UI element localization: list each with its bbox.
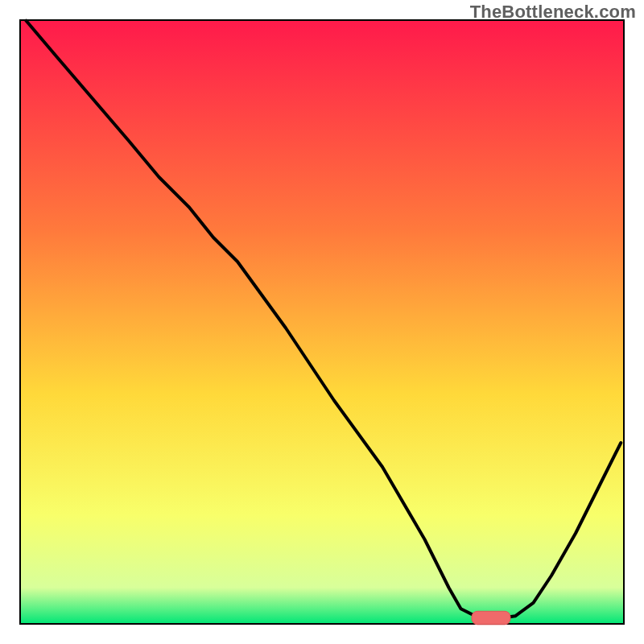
- bottleneck-chart: [0, 0, 644, 644]
- plot-background: [20, 20, 624, 624]
- chart-root: { "watermark": "TheBottleneck.com", "col…: [0, 0, 644, 644]
- watermark-text: TheBottleneck.com: [470, 2, 636, 23]
- optimal-marker: [472, 611, 510, 625]
